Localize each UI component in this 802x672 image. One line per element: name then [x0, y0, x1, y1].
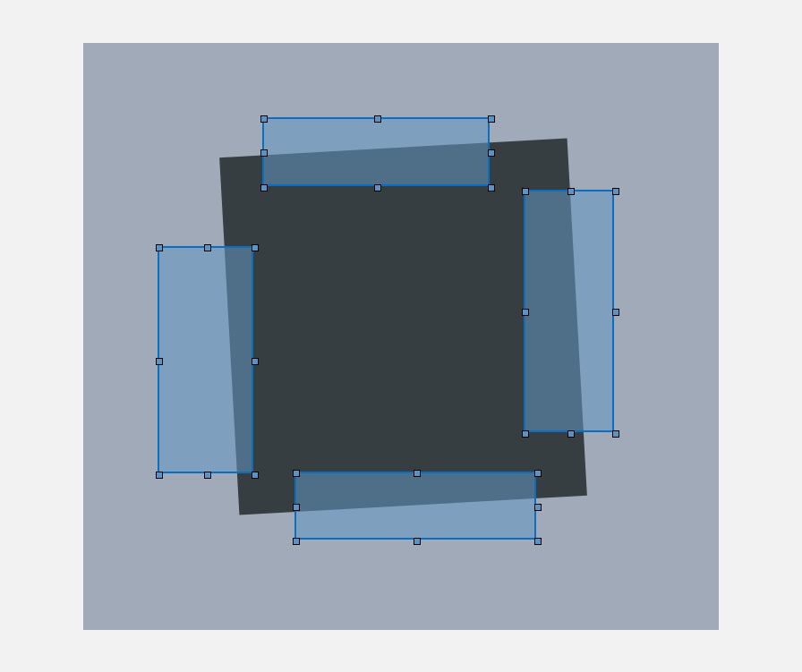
shape-top[interactable] [262, 117, 490, 186]
selection-handle[interactable] [488, 149, 495, 157]
editor-canvas[interactable] [83, 43, 719, 630]
selection-handle[interactable] [374, 115, 381, 123]
selection-handle[interactable] [260, 149, 268, 157]
selection-handle[interactable] [522, 309, 529, 316]
selection-handle[interactable] [488, 115, 495, 123]
selection-handle[interactable] [293, 470, 300, 477]
selection-handle[interactable] [293, 538, 300, 545]
selection-handle[interactable] [488, 184, 495, 191]
selection-handle[interactable] [414, 470, 421, 477]
selection-handle[interactable] [260, 184, 268, 191]
selection-handle[interactable] [156, 244, 163, 251]
shape-left[interactable] [158, 246, 253, 473]
selection-handle[interactable] [260, 115, 268, 123]
selection-handle[interactable] [534, 504, 542, 511]
selection-handle[interactable] [374, 184, 381, 191]
shape-right[interactable] [524, 190, 614, 432]
selection-handle[interactable] [252, 358, 259, 365]
selection-handle[interactable] [522, 188, 529, 195]
selection-handle[interactable] [522, 430, 529, 438]
selection-handle[interactable] [204, 472, 211, 479]
selection-handle[interactable] [534, 538, 542, 545]
selection-handle[interactable] [612, 430, 619, 438]
selection-handle[interactable] [204, 244, 211, 251]
selection-handle[interactable] [414, 538, 421, 545]
selection-handle[interactable] [252, 244, 259, 251]
selection-handle[interactable] [252, 472, 259, 479]
selection-handle[interactable] [534, 470, 542, 477]
selection-handle[interactable] [293, 504, 300, 511]
selection-handle[interactable] [156, 472, 163, 479]
selection-handle[interactable] [612, 188, 619, 195]
selection-handle[interactable] [612, 309, 619, 316]
selection-handle[interactable] [567, 188, 575, 195]
shape-bottom[interactable] [294, 472, 536, 540]
selection-handle[interactable] [567, 430, 575, 438]
selection-handle[interactable] [156, 358, 163, 365]
